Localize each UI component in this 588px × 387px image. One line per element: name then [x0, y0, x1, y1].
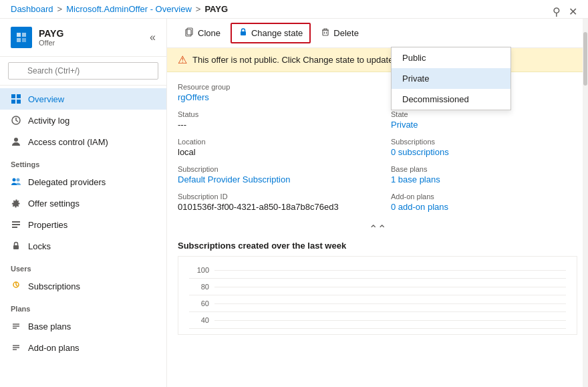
- chart-rule-80: [214, 287, 566, 287]
- sidebar-item-activity-log[interactable]: Activity log: [0, 110, 166, 131]
- sidebar-item-subscriptions[interactable]: Subscriptions: [0, 275, 166, 297]
- svg-rect-1: [22, 33, 26, 37]
- info-grid: Resource group rgOffers Status --- Locat…: [178, 83, 577, 212]
- dropdown-item-private[interactable]: Private: [392, 68, 510, 89]
- breadcrumb-dashboard[interactable]: Dashboard: [11, 4, 53, 14]
- sidebar-item-locks-label: Locks: [28, 241, 51, 251]
- svg-rect-7: [17, 100, 21, 104]
- svg-rect-5: [17, 94, 21, 98]
- svg-rect-2: [17, 38, 21, 42]
- sidebar-collapse-button[interactable]: «: [150, 31, 156, 43]
- info-subscription-id: Subscription ID 0101536f-3f00-4321-a850-…: [178, 192, 364, 212]
- sidebar-item-offer-settings[interactable]: Offer settings: [0, 192, 166, 214]
- info-resource-group: Resource group rgOffers: [178, 83, 364, 102]
- sidebar-item-base-plans[interactable]: Base plans: [0, 315, 166, 337]
- svg-point-10: [13, 178, 16, 182]
- addon-plans-label: Add-on plans: [391, 192, 577, 201]
- overview-icon: [11, 94, 21, 104]
- sidebar-item-delegated-providers-label: Delegated providers: [28, 177, 106, 187]
- cube-icon: [15, 31, 28, 44]
- iam-icon: [11, 136, 21, 147]
- info-base-plans: Base plans 1 base plans: [391, 165, 577, 184]
- base-plans-value[interactable]: 1 base plans: [391, 174, 577, 184]
- sidebar-item-properties[interactable]: Properties: [0, 214, 166, 235]
- svg-point-9: [14, 138, 18, 142]
- sidebar-title: PAYG: [39, 28, 63, 39]
- sidebar-item-activity-log-label: Activity log: [28, 116, 69, 126]
- chart-section: Subscriptions created over the last week…: [178, 241, 577, 335]
- dropdown-item-public[interactable]: Public: [392, 47, 510, 68]
- sidebar-item-subscriptions-label: Subscriptions: [28, 281, 80, 291]
- close-button[interactable]: ✕: [569, 5, 577, 18]
- sidebar-item-addon-plans[interactable]: Add-on plans: [0, 337, 166, 358]
- status-label: Status: [178, 110, 364, 118]
- base-plans-label: Base plans: [391, 165, 577, 173]
- chart-rule-100: [214, 270, 566, 271]
- sidebar-item-overview-label: Overview: [28, 94, 64, 104]
- addon-plans-value[interactable]: 0 add-on plans: [391, 202, 577, 212]
- scrollbar[interactable]: [583, 19, 588, 387]
- sidebar-item-iam-label: Access control (IAM): [28, 137, 108, 147]
- status-value: ---: [178, 120, 364, 130]
- settings-icon: [11, 198, 21, 209]
- chart-y-label-60: 60: [189, 299, 209, 307]
- info-location: Location local: [178, 138, 364, 157]
- resource-group-value[interactable]: rgOffers: [178, 92, 364, 102]
- sidebar-item-overview[interactable]: Overview: [0, 88, 166, 110]
- subscriptions-icon: [11, 281, 21, 291]
- content-area: Clone Change state Delete Public Private…: [167, 19, 588, 387]
- addon-plans-icon: [11, 342, 21, 353]
- dropdown-item-decommissioned[interactable]: Decommissioned: [392, 89, 510, 110]
- svg-rect-13: [12, 224, 20, 225]
- chart-row-40: 40: [189, 312, 566, 329]
- section-users-label: Users: [0, 257, 166, 275]
- sidebar-item-addon-plans-label: Add-on plans: [28, 343, 80, 353]
- clone-button[interactable]: Clone: [178, 23, 228, 43]
- sidebar-item-offer-settings-label: Offer settings: [28, 199, 80, 209]
- chart-y-label-80: 80: [189, 283, 209, 291]
- lock-icon: [11, 241, 21, 251]
- search-input[interactable]: [8, 62, 158, 80]
- svg-rect-4: [11, 94, 15, 98]
- chart-y-label-40: 40: [189, 316, 209, 324]
- breadcrumb-overview[interactable]: Microsoft.AdminOffer - Overview: [66, 4, 192, 14]
- window-controls: ⚲ ✕: [553, 5, 577, 18]
- sidebar-item-iam[interactable]: Access control (IAM): [0, 131, 166, 152]
- clone-label: Clone: [198, 28, 220, 38]
- breadcrumb-current: PAYG: [204, 4, 228, 14]
- base-plans-icon: [11, 321, 21, 332]
- delete-icon: [321, 27, 330, 39]
- info-state: State Private: [391, 110, 577, 130]
- subscriptions-count-value[interactable]: 0 subscriptions: [391, 147, 577, 157]
- sidebar: PAYG Offer « 🔍 Overview: [0, 19, 167, 387]
- breadcrumb-sep-2: >: [196, 4, 201, 14]
- section-plans-label: Plans: [0, 297, 166, 315]
- sidebar-item-locks[interactable]: Locks: [0, 235, 166, 257]
- delete-button[interactable]: Delete: [313, 23, 366, 43]
- sidebar-item-base-plans-label: Base plans: [28, 321, 71, 332]
- change-state-icon: [239, 27, 248, 39]
- warning-bar: ⚠ This offer is not public. Click Change…: [167, 48, 588, 72]
- pin-button[interactable]: ⚲: [553, 5, 561, 18]
- sidebar-nav: Overview Activity log Access control (IA…: [0, 86, 166, 387]
- change-state-button[interactable]: Change state: [231, 23, 311, 43]
- info-addon-plans: Add-on plans 0 add-on plans: [391, 192, 577, 212]
- sidebar-item-delegated-providers[interactable]: Delegated providers: [0, 171, 166, 192]
- svg-rect-3: [22, 38, 26, 42]
- chart-row-80: 80: [189, 279, 566, 295]
- location-value: local: [178, 147, 364, 157]
- scroll-thumb[interactable]: [583, 32, 587, 86]
- chart-container: 100 80 60 40: [178, 256, 577, 335]
- breadcrumb: Dashboard > Microsoft.AdminOffer - Overv…: [0, 0, 588, 19]
- chart-y-label-100: 100: [189, 266, 209, 274]
- sidebar-header: PAYG Offer «: [0, 19, 166, 57]
- collapse-arrows[interactable]: ⌃⌃: [178, 223, 577, 235]
- svg-rect-26: [323, 30, 328, 35]
- svg-rect-15: [13, 245, 19, 249]
- change-state-label: Change state: [251, 28, 303, 38]
- delegated-icon: [11, 176, 21, 187]
- subscription-value[interactable]: Default Provider Subscription: [178, 174, 364, 184]
- subscription-id-label: Subscription ID: [178, 192, 364, 201]
- state-value[interactable]: Private: [391, 120, 577, 130]
- state-label: State: [391, 110, 577, 118]
